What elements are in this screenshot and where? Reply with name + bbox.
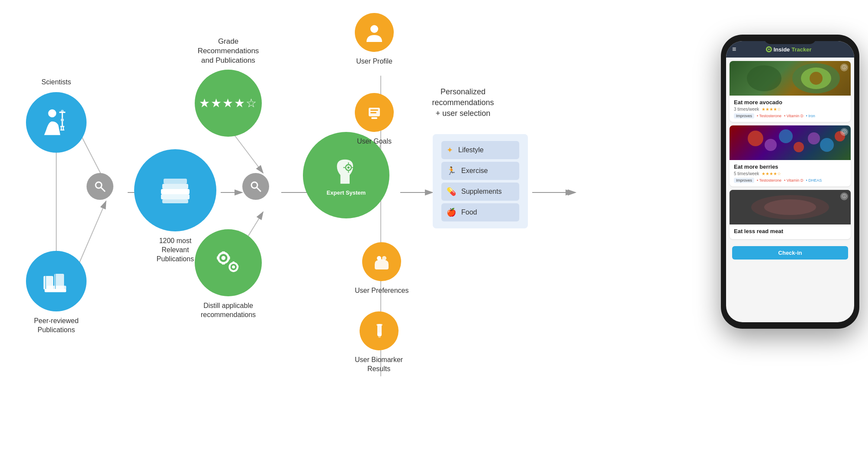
scientist-icon — [41, 107, 71, 138]
user-prefs-node: User Preferences — [355, 242, 409, 295]
grade-node: GradeRecommendationsand Publications ★★★… — [195, 37, 262, 137]
berries-card[interactable]: ⓘ Eat more — [730, 125, 851, 186]
grade-circle: ★★★★☆ — [195, 70, 262, 137]
user-biomarker-circle — [360, 311, 399, 350]
berries-stars: ★★★★☆ — [762, 171, 781, 176]
app-logo: InsideTracker — [766, 46, 812, 53]
logo-dot — [766, 46, 772, 52]
svg-rect-35 — [161, 194, 190, 199]
svg-rect-27 — [47, 285, 66, 289]
user-goals-circle — [355, 93, 394, 132]
user-biomarker-label: User BiomarkerResults — [355, 356, 403, 374]
berries-improves: Improves Testosterone Vitamin D DHEAS — [734, 178, 846, 183]
phone-content: ⓘ Eat more avocado — [726, 58, 854, 321]
svg-line-31 — [101, 187, 105, 191]
tag-vitamind-1: Vitamin D — [784, 114, 804, 118]
svg-point-57 — [370, 25, 378, 33]
svg-point-81 — [808, 132, 820, 144]
phone-body: ≡ InsideTracker ⓘ — [721, 35, 859, 329]
avocado-card-body: Eat more avocado 3 times/week ★★★★☆ Impr… — [730, 96, 851, 122]
meat-title: Eat less read meat — [734, 228, 846, 234]
berries-subtitle: 5 times/week ★★★★☆ — [734, 171, 846, 176]
avocado-subtitle: 3 times/week ★★★★☆ — [734, 107, 846, 112]
svg-point-75 — [810, 72, 823, 85]
berries-frequency: 5 times/week — [734, 171, 759, 176]
berries-image: ⓘ — [730, 125, 851, 160]
svg-point-15 — [61, 118, 64, 121]
categories-container: ✦ Lifestyle 🏃 Exercise 💊 Supplements 🍎 F… — [433, 134, 528, 228]
checkin-button[interactable]: Check-in — [732, 246, 848, 260]
avocado-improves: Improves Testosterone Vitamin D Iron — [734, 113, 846, 119]
avocado-title: Eat more avocado — [734, 99, 846, 106]
svg-rect-48 — [232, 270, 235, 272]
svg-rect-32 — [161, 189, 190, 194]
distill-node: Distill applicablerecommendations — [195, 229, 262, 320]
svg-rect-33 — [162, 184, 188, 189]
info-icon-1[interactable]: ⓘ — [840, 64, 848, 71]
svg-point-63 — [382, 256, 386, 260]
svg-line-38 — [257, 187, 260, 191]
svg-point-72 — [768, 48, 770, 50]
distill-circle — [195, 229, 262, 296]
tag-testosterone-1: Testosterone — [757, 114, 781, 118]
svg-point-42 — [232, 265, 235, 268]
apple-icon: 🍎 — [447, 208, 456, 217]
user-biomarker-node: User BiomarkerResults — [355, 311, 403, 374]
svg-point-79 — [779, 129, 793, 143]
expert-label: Expert System — [327, 189, 366, 196]
svg-point-76 — [747, 65, 781, 91]
phone-notch — [764, 35, 816, 44]
meat-graphic — [730, 190, 851, 224]
info-icon-3[interactable]: ⓘ — [840, 192, 848, 200]
goals-icon — [365, 103, 383, 122]
user-icon — [365, 23, 384, 42]
supplements-label: Supplements — [461, 188, 502, 196]
svg-rect-44 — [222, 262, 225, 264]
search2-circle — [242, 173, 269, 200]
sun-icon: ✦ — [447, 145, 453, 155]
meat-card[interactable]: ⓘ Eat less read meat — [730, 190, 851, 239]
svg-rect-47 — [232, 261, 235, 263]
tag-dheas-2: DHEAS — [806, 178, 822, 183]
user-profile-node: User Profile — [355, 13, 394, 66]
category-exercise[interactable]: 🏃 Exercise — [441, 162, 519, 180]
avocado-card[interactable]: ⓘ Eat more avocado — [730, 61, 851, 122]
publications-icon — [156, 171, 195, 210]
user-prefs-label: User Preferences — [355, 286, 409, 295]
svg-rect-66 — [376, 324, 383, 326]
user-prefs-circle — [362, 242, 401, 281]
svg-point-18 — [61, 110, 64, 113]
svg-point-82 — [820, 138, 834, 152]
user-goals-label: User Goals — [355, 137, 394, 146]
scientists-circle — [26, 92, 87, 153]
svg-point-62 — [377, 256, 381, 260]
category-food[interactable]: 🍎 Food — [441, 203, 519, 221]
avocado-frequency: 3 times/week — [734, 107, 759, 112]
hamburger-icon[interactable]: ≡ — [732, 45, 736, 53]
search2-icon — [249, 180, 262, 193]
category-lifestyle[interactable]: ✦ Lifestyle — [441, 141, 519, 159]
improves-badge-1: Improves — [734, 113, 754, 119]
svg-rect-43 — [222, 251, 225, 253]
tag-vitamind-2: Vitamin D — [784, 178, 804, 183]
svg-line-7 — [234, 134, 263, 173]
pill-icon: 💊 — [447, 187, 456, 196]
avocado-image: ⓘ — [730, 61, 851, 96]
run-icon: 🏃 — [447, 166, 456, 176]
category-supplements[interactable]: 💊 Supplements — [441, 183, 519, 201]
svg-rect-60 — [370, 112, 376, 113]
improves-badge-2: Improves — [734, 178, 754, 183]
publications-circle — [26, 251, 87, 311]
svg-rect-36 — [162, 199, 188, 203]
svg-rect-49 — [229, 265, 231, 267]
food-label: Food — [461, 208, 477, 216]
info-icon-2[interactable]: ⓘ — [840, 128, 848, 136]
svg-rect-59 — [370, 109, 378, 111]
svg-point-52 — [347, 166, 350, 168]
lifestyle-label: Lifestyle — [458, 146, 484, 154]
checkin-bar: Check-in — [726, 243, 854, 263]
grade-label-top: GradeRecommendationsand Publications — [195, 37, 262, 65]
search1-node — [87, 173, 113, 200]
avocado-stars: ★★★★☆ — [762, 107, 781, 112]
svg-point-77 — [748, 131, 763, 146]
